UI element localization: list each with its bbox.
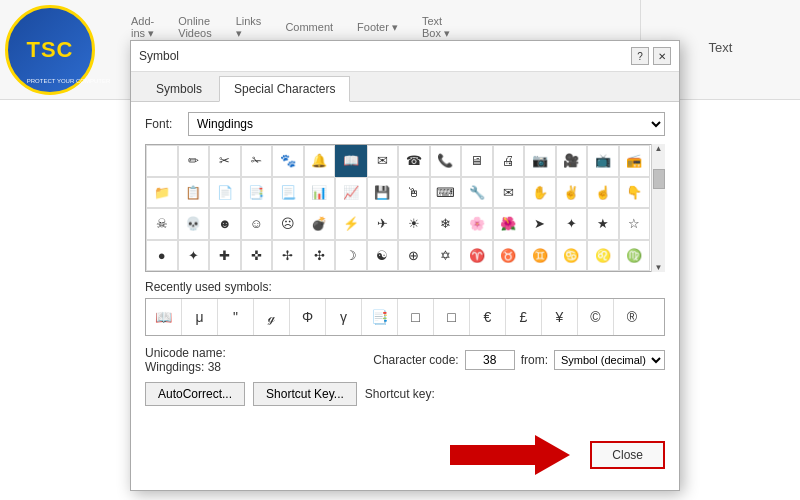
symbol-cell[interactable]: 📁 [146, 177, 178, 209]
symbol-cell[interactable]: ✂ [209, 145, 241, 177]
symbol-cell[interactable]: ✣ [304, 240, 336, 272]
symbol-cell[interactable]: 🖥 [461, 145, 493, 177]
symbol-cell[interactable]: ☹ [272, 208, 304, 240]
symbol-cell[interactable]: 🎥 [556, 145, 588, 177]
recent-cell[interactable]: " [218, 299, 254, 335]
help-icon: ? [637, 51, 643, 62]
symbol-cell[interactable]: ✦ [556, 208, 588, 240]
font-label: Font: [145, 117, 180, 131]
symbol-cell[interactable]: 🔔 [304, 145, 336, 177]
recent-cell[interactable]: ® [614, 299, 650, 335]
symbol-cell[interactable]: ❄ [430, 208, 462, 240]
symbol-cell[interactable]: ✚ [209, 240, 241, 272]
symbol-cell[interactable]: 📋 [178, 177, 210, 209]
dialog-close-button[interactable]: ✕ [653, 47, 671, 65]
symbol-cell[interactable]: ✦ [178, 240, 210, 272]
recent-cell[interactable]: □ [434, 299, 470, 335]
symbol-cell[interactable]: 📊 [304, 177, 336, 209]
symbol-cell[interactable]: 🌺 [493, 208, 525, 240]
recently-used-grid: 📖 μ " ℊ Φ γ 📑 □ □ € £ ¥ © ® [145, 298, 665, 336]
symbol-cell[interactable]: ✜ [241, 240, 273, 272]
autocorrect-button[interactable]: AutoCorrect... [145, 382, 245, 406]
font-select[interactable]: Wingdings Symbol Wingdings 2 Wingdings 3 [188, 112, 665, 136]
symbol-cell[interactable]: ✉ [367, 145, 399, 177]
symbol-cell[interactable]: ♈ [461, 240, 493, 272]
unicode-name-col: Unicode name: Wingdings: 38 [145, 346, 226, 374]
recent-cell[interactable]: ¥ [542, 299, 578, 335]
symbol-cell[interactable]: 🔧 [461, 177, 493, 209]
symbol-cell[interactable]: ♌ [587, 240, 619, 272]
symbol-cell[interactable]: ☝ [587, 177, 619, 209]
symbol-cell[interactable]: ♋ [556, 240, 588, 272]
symbol-cell[interactable]: ☆ [619, 208, 651, 240]
recent-cell[interactable]: € [470, 299, 506, 335]
shortcut-key-text: Shortcut key: [365, 387, 435, 401]
symbol-cell[interactable]: ♍ [619, 240, 651, 272]
symbol-cell[interactable]: 🐾 [272, 145, 304, 177]
symbol-cell[interactable]: ⌨ [430, 177, 462, 209]
info-row: Unicode name: Wingdings: 38 Character co… [145, 346, 665, 374]
symbol-cell[interactable]: ☽ [335, 240, 367, 272]
scrollbar-down-arrow[interactable]: ▼ [655, 263, 663, 272]
recent-cell[interactable]: Φ [290, 299, 326, 335]
tab-symbols[interactable]: Symbols [141, 76, 217, 101]
recent-cell[interactable]: 📖 [146, 299, 182, 335]
symbol-cell[interactable]: 📄 [209, 177, 241, 209]
symbol-cell[interactable]: 💣 [304, 208, 336, 240]
symbol-cell[interactable]: 📺 [587, 145, 619, 177]
symbol-cell[interactable]: ✡ [430, 240, 462, 272]
symbol-cell[interactable]: 🖱 [398, 177, 430, 209]
symbol-cell[interactable]: 🌸 [461, 208, 493, 240]
symbol-cell[interactable]: ☎ [398, 145, 430, 177]
symbol-cell[interactable]: ★ [587, 208, 619, 240]
recent-cell[interactable]: 📑 [362, 299, 398, 335]
from-select[interactable]: Symbol (decimal) Unicode (hex) ASCII (de… [554, 350, 665, 370]
symbol-cell[interactable]: 📈 [335, 177, 367, 209]
symbol-cell[interactable]: ✈ [367, 208, 399, 240]
symbol-cell[interactable]: 📷 [524, 145, 556, 177]
character-code-input[interactable] [465, 350, 515, 370]
symbol-grid-scrollbar[interactable]: ▲ ▼ [651, 144, 665, 272]
symbol-cell[interactable]: ⊕ [398, 240, 430, 272]
symbol-cell[interactable]: ⚡ [335, 208, 367, 240]
symbol-cell[interactable]: 📞 [430, 145, 462, 177]
symbol-cell[interactable]: ✏ [178, 145, 210, 177]
recent-cell[interactable]: £ [506, 299, 542, 335]
symbol-cell[interactable]: 💾 [367, 177, 399, 209]
symbol-cell[interactable]: 📻 [619, 145, 651, 177]
scrollbar-thumb[interactable] [653, 169, 665, 189]
close-dialog-button[interactable]: Close [590, 441, 665, 469]
symbol-cell[interactable]: ✉ [493, 177, 525, 209]
dialog-help-button[interactable]: ? [631, 47, 649, 65]
recent-cell[interactable]: □ [398, 299, 434, 335]
recent-cell[interactable]: ℊ [254, 299, 290, 335]
shortcut-key-button[interactable]: Shortcut Key... [253, 382, 357, 406]
dialog-title: Symbol [139, 49, 179, 63]
symbol-cell[interactable]: ♊ [524, 240, 556, 272]
symbol-cell[interactable]: ☀ [398, 208, 430, 240]
recent-cell[interactable]: μ [182, 299, 218, 335]
symbol-cell[interactable]: ➤ [524, 208, 556, 240]
symbol-cell[interactable]: ☻ [209, 208, 241, 240]
symbol-cell[interactable]: 📃 [272, 177, 304, 209]
symbol-cell[interactable]: ● [146, 240, 178, 272]
symbol-cell[interactable]: ✋ [524, 177, 556, 209]
symbol-cell-selected[interactable]: 📖 [335, 145, 367, 177]
symbol-cell[interactable] [146, 145, 178, 177]
symbol-cell[interactable]: ♉ [493, 240, 525, 272]
symbol-cell[interactable]: ✢ [272, 240, 304, 272]
recent-cell[interactable]: γ [326, 299, 362, 335]
symbol-cell[interactable]: ☺ [241, 208, 273, 240]
symbol-cell[interactable]: ✁ [241, 145, 273, 177]
symbol-dialog: Symbol ? ✕ Symbols Special Characters Fo… [130, 40, 680, 491]
symbol-cell[interactable]: ☠ [146, 208, 178, 240]
symbol-cell[interactable]: 👇 [619, 177, 651, 209]
symbol-cell[interactable]: 💀 [178, 208, 210, 240]
recent-cell[interactable]: © [578, 299, 614, 335]
scrollbar-up-arrow[interactable]: ▲ [655, 144, 663, 153]
symbol-cell[interactable]: 📑 [241, 177, 273, 209]
symbol-cell[interactable]: ✌ [556, 177, 588, 209]
symbol-cell[interactable]: ☯ [367, 240, 399, 272]
symbol-cell[interactable]: 🖨 [493, 145, 525, 177]
tab-special-characters[interactable]: Special Characters [219, 76, 350, 102]
